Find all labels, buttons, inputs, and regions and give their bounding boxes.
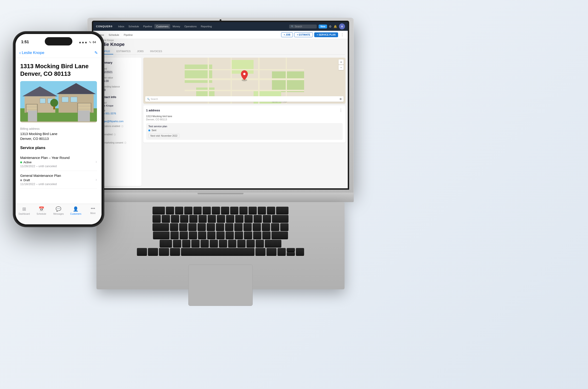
key-bracket-r[interactable] (271, 223, 279, 230)
key-f3[interactable] (184, 207, 193, 214)
key-backslash[interactable] (280, 223, 289, 230)
address-more-button[interactable]: ⋮ (339, 108, 343, 113)
key-a[interactable] (170, 231, 179, 239)
key-7[interactable] (217, 215, 225, 222)
nav-search-bar[interactable]: 🔍 Search (289, 25, 317, 29)
phone-back-button[interactable]: ‹ Leslie Knope (19, 50, 44, 55)
key-j[interactable] (226, 231, 234, 239)
key-f1[interactable] (166, 207, 174, 214)
key-quote[interactable] (262, 231, 271, 239)
laptop-trackpad[interactable] (188, 264, 253, 306)
key-equals[interactable] (263, 215, 271, 222)
key-ctrl[interactable] (148, 248, 158, 255)
key-o[interactable] (243, 223, 252, 230)
key-g[interactable] (207, 231, 215, 239)
subnav-pipeline[interactable]: Pipeline (122, 32, 135, 38)
key-8[interactable] (226, 215, 234, 222)
key-1[interactable] (162, 215, 170, 222)
key-f5[interactable] (203, 207, 211, 214)
key-space[interactable] (181, 248, 255, 255)
key-f8[interactable] (230, 207, 238, 214)
tab-jobs[interactable]: JOBS (134, 48, 147, 54)
key-b[interactable] (210, 240, 218, 247)
key-semicolon[interactable] (253, 231, 261, 239)
key-backspace[interactable] (272, 215, 289, 222)
key-fn[interactable] (137, 248, 147, 255)
key-f2[interactable] (175, 207, 183, 214)
key-tab[interactable] (153, 223, 169, 230)
key-caps[interactable] (153, 231, 169, 239)
user-avatar[interactable]: A (339, 23, 345, 29)
key-esc[interactable] (153, 207, 165, 214)
key-f6[interactable] (212, 207, 220, 214)
map-zoom-out-button[interactable]: − (339, 65, 344, 70)
key-x[interactable] (182, 240, 190, 247)
key-period[interactable] (246, 240, 255, 247)
key-y[interactable] (216, 223, 224, 230)
key-shift-l[interactable] (160, 240, 172, 247)
contact-email-value[interactable]: l.knope@lNparks.com (99, 120, 138, 123)
add-estimate-button[interactable]: + ESTIMATE (294, 32, 313, 37)
key-delete[interactable] (276, 207, 289, 214)
more-options-icon[interactable]: ⋮ (339, 32, 345, 37)
key-f[interactable] (198, 231, 206, 239)
key-shift-r[interactable] (265, 240, 281, 247)
edit-icon[interactable]: ✎ (94, 50, 98, 55)
key-minus[interactable] (254, 215, 262, 222)
key-alt-l[interactable] (159, 248, 169, 255)
key-f9[interactable] (239, 207, 248, 214)
add-job-button[interactable]: + JOB (281, 32, 293, 37)
key-i[interactable] (234, 223, 243, 230)
key-t[interactable] (207, 223, 215, 230)
tab-customers[interactable]: 👤 Customers (68, 206, 84, 215)
key-n[interactable] (219, 240, 227, 247)
key-cmd-l[interactable] (170, 248, 180, 255)
nav-pipeline[interactable]: Pipeline (141, 24, 154, 29)
key-d[interactable] (189, 231, 197, 239)
key-cmd-r[interactable] (255, 248, 265, 255)
service-plan-item-1[interactable]: Maintenance Plan – Year Round Active 11/… (20, 153, 97, 171)
key-bracket-l[interactable] (262, 223, 270, 230)
key-right[interactable] (296, 248, 304, 255)
subnav-schedule[interactable]: Schedule (107, 32, 121, 38)
key-3[interactable] (180, 215, 188, 222)
key-w[interactable] (179, 223, 187, 230)
key-slash[interactable] (256, 240, 264, 247)
nav-money[interactable]: Money (171, 24, 182, 29)
nav-reporting[interactable]: Reporting (199, 24, 214, 29)
nav-customers[interactable]: Customers (154, 24, 170, 29)
add-service-plan-button[interactable]: + SERVICE PLAN (314, 32, 338, 37)
tab-estimates[interactable]: ESTIMATES (113, 48, 134, 54)
key-r[interactable] (197, 223, 206, 230)
key-f4[interactable] (194, 207, 202, 214)
next-visit-button[interactable]: Next visit: November 2022 (148, 134, 179, 138)
nav-schedule[interactable]: Schedule (127, 24, 141, 29)
key-l[interactable] (244, 231, 252, 239)
key-f12[interactable] (267, 207, 275, 214)
key-backtick[interactable] (153, 215, 161, 222)
notifications-icon[interactable]: 🔔 (333, 25, 337, 28)
key-h[interactable] (216, 231, 225, 239)
key-5[interactable] (198, 215, 207, 222)
key-s[interactable] (180, 231, 188, 239)
key-z[interactable] (173, 240, 181, 247)
map-zoom-in-button[interactable]: + (339, 60, 344, 65)
tab-more[interactable]: ••• More (85, 206, 101, 215)
service-plan-item-2[interactable]: General Maintenance Plan Draft 11/18/202… (20, 171, 97, 189)
key-f10[interactable] (249, 207, 257, 214)
key-k[interactable] (235, 231, 243, 239)
key-return[interactable] (271, 231, 288, 239)
key-down[interactable] (287, 252, 295, 255)
key-alt-r[interactable] (266, 248, 277, 255)
contact-phone-value[interactable]: (219) 001-3376 (99, 112, 138, 115)
tab-schedule[interactable]: 📅 Schedule (33, 206, 49, 215)
key-c[interactable] (191, 240, 200, 247)
key-2[interactable] (171, 215, 179, 222)
key-0[interactable] (244, 215, 253, 222)
key-4[interactable] (189, 215, 197, 222)
key-f7[interactable] (221, 207, 229, 214)
key-q[interactable] (170, 223, 178, 230)
nav-inbox[interactable]: Inbox (116, 24, 126, 29)
tab-dashboard[interactable]: ⊞ Dashboard (16, 206, 32, 215)
nav-operations[interactable]: Operations (183, 24, 199, 29)
